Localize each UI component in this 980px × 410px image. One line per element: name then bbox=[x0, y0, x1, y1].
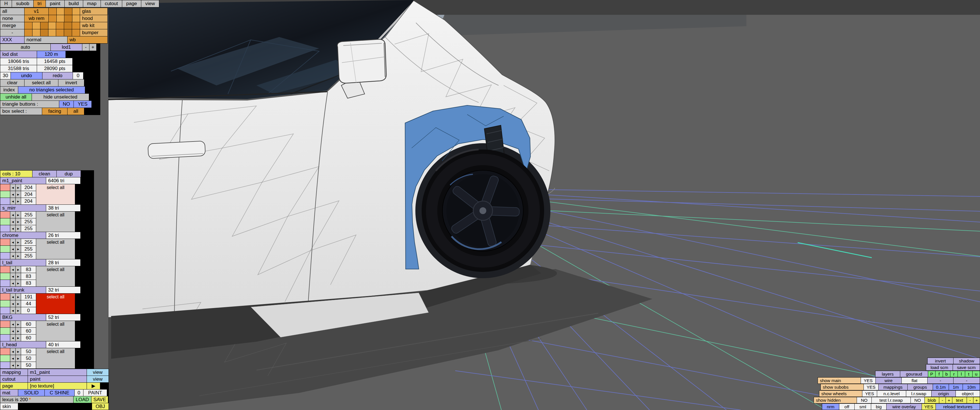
lr-swap-button[interactable]: l.r.swap bbox=[906, 391, 931, 397]
channel-swatch-red[interactable] bbox=[0, 348, 10, 355]
index-button[interactable]: index bbox=[0, 87, 18, 94]
channel-swatch-blue[interactable] bbox=[0, 307, 10, 314]
increment-button[interactable]: ► bbox=[16, 300, 21, 307]
channel-swatch-red[interactable] bbox=[0, 266, 10, 273]
invert-button[interactable]: invert bbox=[59, 79, 84, 86]
mat-paint-button[interactable]: PAINT bbox=[83, 389, 107, 396]
increment-button[interactable]: ► bbox=[16, 355, 21, 362]
material-name[interactable]: chrome bbox=[0, 232, 46, 238]
decrement-button[interactable]: ◄ bbox=[10, 218, 15, 225]
increment-button[interactable]: ► bbox=[16, 218, 21, 225]
decrement-button[interactable]: ◄ bbox=[10, 321, 15, 327]
channel-value[interactable]: 204 bbox=[21, 198, 36, 205]
material-name[interactable]: s_mirr bbox=[0, 205, 46, 211]
subob-slot[interactable] bbox=[72, 15, 80, 22]
nrm-sml-button[interactable]: sml bbox=[855, 404, 871, 410]
object-button[interactable]: object bbox=[956, 391, 980, 397]
channel-value[interactable]: 255 bbox=[21, 225, 36, 232]
decrement-button[interactable]: ◄ bbox=[10, 328, 15, 334]
show-main-toggle[interactable]: YES bbox=[861, 378, 875, 383]
channel-swatch-green[interactable] bbox=[0, 355, 10, 362]
menu-item-tri[interactable]: tri bbox=[33, 0, 46, 7]
mapping-view-button[interactable]: view bbox=[87, 369, 108, 375]
mat-shine-value[interactable]: 0 bbox=[75, 389, 83, 396]
material-name[interactable]: m1_paint bbox=[0, 177, 46, 184]
channel-value[interactable]: 255 bbox=[21, 211, 36, 218]
redo-button[interactable]: redo bbox=[43, 72, 73, 79]
channel-swatch-blue[interactable] bbox=[0, 198, 10, 205]
material-select-all-button[interactable]: select all bbox=[36, 348, 75, 369]
grid-scale-1m-button[interactable]: 1m bbox=[949, 384, 963, 390]
material-select-all-button[interactable]: select all bbox=[36, 184, 75, 205]
hide-unselected-button[interactable]: hide unselected bbox=[32, 94, 89, 100]
subob-slot[interactable] bbox=[64, 22, 72, 29]
channel-value[interactable]: 50 bbox=[21, 362, 36, 369]
increment-button[interactable]: ► bbox=[16, 321, 21, 327]
subob-slot[interactable] bbox=[24, 29, 32, 36]
box-select-all-button[interactable]: all bbox=[67, 108, 84, 115]
material-select-all-button[interactable]: select all bbox=[36, 294, 75, 314]
layer-toggle-button[interactable]: l bbox=[958, 371, 965, 377]
save-scm-button[interactable]: save scm bbox=[953, 364, 980, 370]
channel-value[interactable]: 191 bbox=[21, 294, 36, 300]
subob-v1-button[interactable]: v1 bbox=[24, 8, 48, 15]
subob-all-button[interactable]: all bbox=[0, 8, 24, 15]
channel-value[interactable]: 50 bbox=[21, 348, 36, 355]
auto-button[interactable]: auto bbox=[0, 44, 51, 51]
decrement-button[interactable]: ◄ bbox=[10, 348, 15, 355]
channel-value[interactable]: 60 bbox=[21, 321, 36, 327]
subob-normal-button[interactable]: normal bbox=[24, 37, 67, 43]
blob-minus-button[interactable]: - bbox=[939, 397, 945, 403]
decrement-button[interactable]: ◄ bbox=[10, 198, 15, 205]
decrement-button[interactable]: ◄ bbox=[10, 355, 15, 362]
cutout-label[interactable]: cutout bbox=[0, 376, 28, 382]
subob-slot[interactable] bbox=[32, 29, 40, 36]
wire-overlay-toggle[interactable]: YES bbox=[922, 404, 935, 410]
subob-bumper-button[interactable]: bumper bbox=[80, 29, 107, 36]
test-lr-swap-toggle[interactable]: NO bbox=[911, 397, 924, 403]
subob-slot[interactable] bbox=[56, 29, 64, 36]
channel-swatch-green[interactable] bbox=[0, 300, 10, 307]
increment-button[interactable]: ► bbox=[16, 294, 21, 300]
page-next-icon[interactable]: ▶ bbox=[87, 383, 100, 389]
mat-label[interactable]: mat bbox=[0, 389, 18, 396]
material-select-all-button[interactable]: select all bbox=[36, 321, 75, 341]
origin-button[interactable]: origin bbox=[932, 391, 956, 397]
subob-slot[interactable] bbox=[49, 15, 56, 22]
subob-slot[interactable] bbox=[57, 8, 64, 15]
mappings-button[interactable]: mappings bbox=[878, 384, 907, 390]
channel-value[interactable]: 255 bbox=[21, 253, 36, 259]
channel-swatch-blue[interactable] bbox=[0, 335, 10, 341]
channel-swatch-blue[interactable] bbox=[0, 362, 10, 369]
channel-swatch-red[interactable] bbox=[0, 211, 10, 218]
cutout-value[interactable]: paint bbox=[28, 376, 87, 382]
menu-item-map[interactable]: map bbox=[83, 0, 100, 7]
load-scm-button[interactable]: load scm bbox=[926, 364, 953, 370]
menu-item-build[interactable]: build bbox=[65, 0, 83, 7]
channel-swatch-blue[interactable] bbox=[0, 253, 10, 259]
decrement-button[interactable]: ◄ bbox=[10, 266, 15, 273]
material-name[interactable]: l_tail bbox=[0, 259, 46, 266]
mapping-value[interactable]: m1_paint bbox=[28, 369, 87, 375]
channel-value[interactable]: 204 bbox=[21, 191, 36, 198]
increment-button[interactable]: ► bbox=[16, 239, 21, 245]
render-dash-a[interactable]: - bbox=[928, 378, 953, 383]
lod1-button[interactable]: lod1 bbox=[51, 44, 82, 51]
page-label[interactable]: page bbox=[0, 383, 28, 389]
clear-button[interactable]: clear bbox=[0, 79, 24, 86]
channel-swatch-red[interactable] bbox=[0, 184, 10, 191]
channel-swatch-green[interactable] bbox=[0, 218, 10, 225]
subob-slot[interactable] bbox=[64, 29, 72, 36]
subob-slot[interactable] bbox=[49, 8, 56, 15]
subob-wb-button[interactable]: wb bbox=[67, 37, 107, 43]
material-name[interactable]: BKG bbox=[0, 314, 46, 321]
material-select-all-button[interactable]: select all bbox=[36, 239, 75, 259]
layers-button[interactable]: layers bbox=[875, 371, 900, 377]
decrement-button[interactable]: ◄ bbox=[10, 211, 15, 218]
channel-value[interactable]: 60 bbox=[21, 328, 36, 334]
menu-item-paint[interactable]: paint bbox=[46, 0, 64, 7]
subob-wbkit-button[interactable]: wb kit bbox=[80, 22, 107, 29]
text-minus-button[interactable]: - bbox=[967, 397, 973, 403]
decrement-button[interactable]: ◄ bbox=[10, 184, 15, 191]
nrm-button[interactable]: nrm bbox=[822, 404, 839, 410]
